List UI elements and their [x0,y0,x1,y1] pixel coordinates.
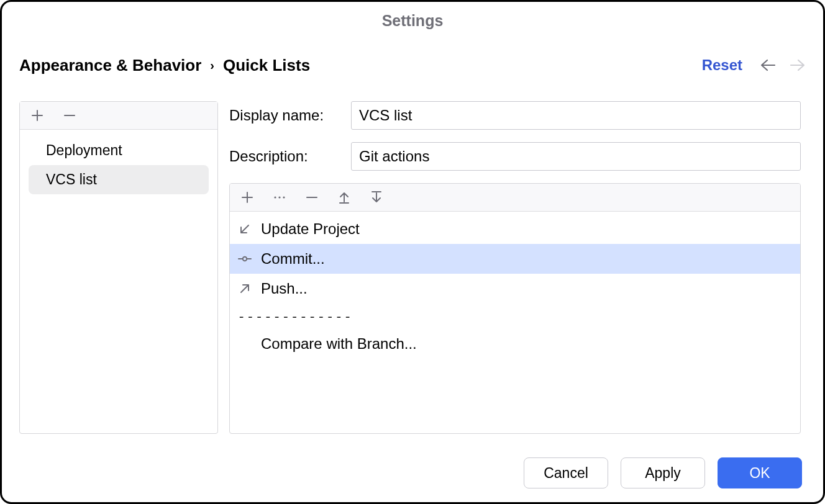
button-label: Cancel [544,465,588,482]
quick-lists-items: Deployment VCS list [20,130,217,194]
svg-point-3 [243,257,247,261]
button-label: Apply [645,465,681,482]
description-label: Description: [229,148,351,165]
breadcrumb-current: Quick Lists [223,56,310,75]
breadcrumb-bar: Appearance & Behavior › Quick Lists Rese… [19,53,806,78]
content-area: Deployment VCS list Display name: Descri… [19,101,801,434]
display-name-label: Display name: [229,107,351,124]
dialog-button-bar: Cancel Apply OK [524,457,802,488]
cancel-button[interactable]: Cancel [524,457,608,488]
minus-icon [63,109,76,122]
display-name-input[interactable] [351,101,801,130]
settings-window: Settings Appearance & Behavior › Quick L… [0,0,825,504]
actions-list: Update Project Commit... Push... [230,212,800,359]
quick-list-item-label: Deployment [46,142,122,158]
actions-toolbar [230,184,800,212]
action-item-commit[interactable]: Commit... [230,244,800,274]
quick-lists-toolbar [20,102,217,130]
arrow-right-icon [790,59,806,71]
action-item-update-project[interactable]: Update Project [230,214,800,244]
nav-back-button[interactable] [760,59,776,71]
action-item-compare-with-branch[interactable]: Compare with Branch... [230,329,800,359]
quick-list-item-deployment[interactable]: Deployment [20,136,217,165]
breadcrumb-parent[interactable]: Appearance & Behavior [19,56,201,75]
plus-icon [31,109,43,122]
action-item-label: Commit... [261,250,325,268]
quick-list-item-vcs-list[interactable]: VCS list [29,165,209,194]
arrow-up-bar-icon [338,191,350,204]
add-separator-button[interactable] [272,190,287,205]
minus-icon [306,191,318,204]
reset-link[interactable]: Reset [702,56,742,74]
commit-icon [237,251,252,266]
quick-list-item-label: VCS list [46,171,97,187]
add-action-button[interactable] [240,190,255,205]
arrow-down-bar-icon [370,191,383,204]
quick-lists-panel: Deployment VCS list [19,101,218,434]
breadcrumb-separator: › [210,58,214,73]
svg-point-1 [278,196,280,198]
action-item-label: Push... [261,280,308,297]
add-quick-list-button[interactable] [30,108,45,123]
remove-quick-list-button[interactable] [62,108,77,123]
arrow-left-icon [760,59,776,71]
svg-point-2 [283,196,285,198]
description-row: Description: [229,142,801,171]
action-item-push[interactable]: Push... [230,274,800,304]
remove-action-button[interactable] [304,190,319,205]
svg-point-0 [274,196,276,198]
separator-icon [273,195,286,200]
move-down-button[interactable] [369,190,384,205]
quick-list-detail-panel: Display name: Description: [229,101,801,434]
button-label: OK [749,465,770,482]
action-item-label: Update Project [261,220,360,238]
description-input[interactable] [351,142,801,171]
window-title: Settings [2,12,823,30]
update-project-icon [237,222,252,236]
action-separator[interactable]: ------------- [230,304,800,329]
action-item-label: Compare with Branch... [261,335,417,353]
apply-button[interactable]: Apply [621,457,705,488]
nav-forward-button[interactable] [790,59,806,71]
ok-button[interactable]: OK [718,457,802,488]
actions-panel: Update Project Commit... Push... [229,183,801,434]
push-icon [237,281,252,296]
plus-icon [241,191,253,204]
move-up-button[interactable] [337,190,352,205]
display-name-row: Display name: [229,101,801,130]
